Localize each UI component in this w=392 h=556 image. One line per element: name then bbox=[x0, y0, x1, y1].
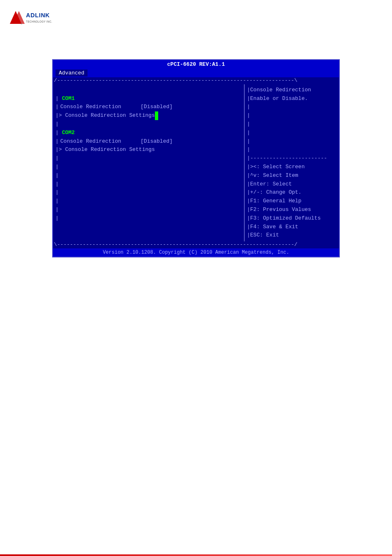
tab-advanced[interactable]: Advanced bbox=[55, 70, 88, 76]
key-legend-item: |+/-: Change Opt. bbox=[247, 188, 337, 197]
bottom-decorative-line bbox=[0, 554, 392, 556]
key-legend-item: |ESC: Exit bbox=[247, 231, 337, 240]
bios-main-content: | COM1 | Console Redirection [Disabled] … bbox=[53, 84, 339, 241]
bios-left-pane: | COM1 | Console Redirection [Disabled] … bbox=[53, 84, 244, 241]
key-legend-item: |F1: General Help bbox=[247, 197, 337, 206]
com2-section-title: | COM2 bbox=[55, 129, 242, 137]
key-legend-item: |F2: Previous Values bbox=[247, 206, 337, 214]
help-text-area: |Console Redirection |Enable or Disable.… bbox=[247, 86, 337, 154]
bios-footer: Version 2.10.1208. Copyright (C) 2010 Am… bbox=[53, 248, 339, 257]
key-legend: |><: Select Screen|^v: Select Item|Enter… bbox=[247, 163, 337, 240]
svg-text:®: ® bbox=[21, 23, 23, 25]
key-legend-item: |^v: Select Item bbox=[247, 171, 337, 180]
bios-tab-bar: Advanced bbox=[53, 69, 339, 77]
bios-divider-bottom: \---------------------------------------… bbox=[53, 241, 339, 248]
bios-right-pane: |Console Redirection |Enable or Disable.… bbox=[244, 84, 339, 241]
svg-text:TECHNOLOGY INC.: TECHNOLOGY INC. bbox=[26, 20, 52, 23]
bios-screen: cPCI-6620 REV:A1.1 Advanced /-----------… bbox=[52, 59, 340, 257]
com1-submenu-row[interactable]: |> Console Redirection Settings bbox=[55, 111, 242, 120]
key-legend-item: |F4: Save & Exit bbox=[247, 223, 337, 232]
bios-footer-text: Version 2.10.1208. Copyright (C) 2010 Am… bbox=[103, 250, 289, 255]
svg-text:ADLINK: ADLINK bbox=[26, 12, 50, 19]
key-legend-item: |><: Select Screen bbox=[247, 163, 337, 171]
key-legend-item: |F3: Optimized Defaults bbox=[247, 214, 337, 223]
com2-submenu-row[interactable]: |> Console Redirection Settings bbox=[55, 146, 242, 154]
bios-title: cPCI-6620 REV:A1.1 bbox=[167, 61, 225, 67]
key-legend-item: |Enter: Select bbox=[247, 180, 337, 189]
com2-redirection-row[interactable]: | Console Redirection [Disabled] bbox=[55, 137, 242, 146]
com1-section-title: | COM1 bbox=[55, 95, 242, 103]
bios-divider-top: /---------------------------------------… bbox=[53, 77, 339, 84]
adlink-logo: ADLINK TECHNOLOGY INC. ® bbox=[10, 7, 55, 27]
help-divider: |------------------------ bbox=[247, 154, 337, 163]
bios-title-bar: cPCI-6620 REV:A1.1 bbox=[53, 60, 339, 69]
logo-area: ADLINK TECHNOLOGY INC. ® bbox=[0, 0, 392, 35]
com1-redirection-row[interactable]: | Console Redirection [Disabled] bbox=[55, 103, 242, 111]
